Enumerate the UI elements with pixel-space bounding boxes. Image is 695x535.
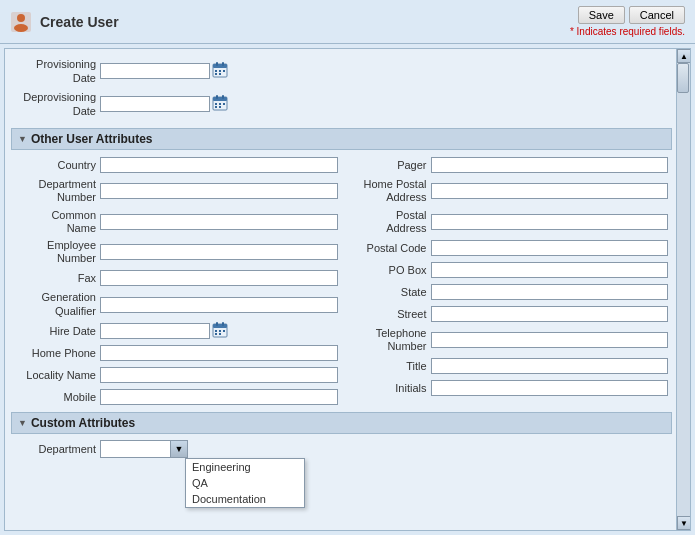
svg-point-2 [14,24,28,32]
svg-rect-24 [222,322,224,326]
state-row: State [346,283,669,301]
title-left: Create User [10,11,119,33]
title-input[interactable] [431,358,669,374]
provisioning-date-row: Provisioning Date [15,57,668,86]
title-buttons: Save Cancel [578,6,685,24]
home-postal-row: Home PostalAddress [346,178,669,204]
deprovisioning-date-row: Deprovisioning Date [15,90,668,119]
svg-rect-23 [216,322,218,326]
title-row: Title [346,357,669,375]
svg-rect-26 [219,330,221,332]
custom-attributes-header[interactable]: ▼ Custom Attributes [11,412,672,434]
home-phone-input[interactable] [100,345,338,361]
right-column: Pager Home PostalAddress PostalAddress [346,156,669,408]
gen-qualifier-row: GenerationQualifier [15,291,338,317]
svg-rect-18 [223,103,225,105]
custom-attributes-body: Department ▼ Engineering QA Documentatio… [11,440,672,458]
pager-row: Pager [346,156,669,174]
svg-rect-11 [219,73,221,75]
mobile-input[interactable] [100,389,338,405]
svg-rect-13 [213,97,227,101]
other-attributes-header[interactable]: ▼ Other User Attributes [11,128,672,150]
country-label: Country [15,158,100,172]
hire-date-label: Hire Date [15,324,100,338]
pager-input[interactable] [431,157,669,173]
common-name-label: CommonName [15,209,100,235]
svg-point-1 [17,14,25,22]
fax-input[interactable] [100,270,338,286]
hire-date-input[interactable] [100,323,210,339]
dept-option-documentation[interactable]: Documentation [186,491,304,507]
fax-row: Fax [15,269,338,287]
svg-rect-25 [215,330,217,332]
mobile-row: Mobile [15,388,338,406]
svg-rect-14 [216,95,218,99]
required-note: * Indicates required fields. [570,26,685,37]
other-attributes-body: Country DepartmentNumber CommonName [11,156,672,408]
provisioning-calendar-icon[interactable] [212,62,228,78]
home-postal-input[interactable] [431,183,669,199]
deprovisioning-date-label: Deprovisioning Date [15,90,100,119]
postal-address-label: PostalAddress [346,209,431,235]
telephone-label: TelephoneNumber [346,327,431,353]
hire-date-calendar-icon[interactable] [212,322,228,338]
bottom-spacer [11,460,672,500]
home-phone-label: Home Phone [15,346,100,360]
country-row: Country [15,156,338,174]
dept-number-label: DepartmentNumber [15,178,100,204]
initials-input[interactable] [431,380,669,396]
state-input[interactable] [431,284,669,300]
provisioning-date-input[interactable] [100,63,210,79]
deprovisioning-calendar-icon[interactable] [212,95,228,111]
cancel-button[interactable]: Cancel [629,6,685,24]
telephone-input[interactable] [431,332,669,348]
save-button[interactable]: Save [578,6,625,24]
svg-rect-28 [215,333,217,335]
po-box-label: PO Box [346,263,431,277]
deprovisioning-date-input[interactable] [100,96,210,112]
country-input[interactable] [100,157,338,173]
locality-input[interactable] [100,367,338,383]
top-fields: Provisioning Date [11,55,672,124]
title-bar: Create User Save Cancel * Indicates requ… [0,0,695,44]
street-row: Street [346,305,669,323]
mobile-label: Mobile [15,390,100,404]
page-title: Create User [40,14,119,30]
title-actions: Save Cancel * Indicates required fields. [570,6,685,37]
title-label: Title [346,359,431,373]
street-label: Street [346,307,431,321]
dept-option-engineering[interactable]: Engineering [186,459,304,475]
form-container: ▲ ▼ Provisioning Date [4,48,691,531]
postal-address-input[interactable] [431,214,669,230]
initials-row: Initials [346,379,669,397]
employee-number-row: EmployeeNumber [15,239,338,265]
dept-dropdown-arrow[interactable]: ▼ [170,440,188,458]
svg-rect-8 [219,70,221,72]
fax-label: Fax [15,271,100,285]
svg-rect-6 [222,62,224,66]
svg-rect-15 [222,95,224,99]
svg-rect-17 [219,103,221,105]
svg-rect-7 [215,70,217,72]
svg-rect-20 [219,106,221,108]
po-box-row: PO Box [346,261,669,279]
svg-rect-5 [216,62,218,66]
svg-rect-27 [223,330,225,332]
home-postal-label: Home PostalAddress [346,178,431,204]
dept-dropdown-container[interactable]: ▼ Engineering QA Documentation [100,440,188,458]
po-box-input[interactable] [431,262,669,278]
gen-qualifier-input[interactable] [100,297,338,313]
user-icon [10,11,32,33]
svg-rect-10 [215,73,217,75]
home-phone-row: Home Phone [15,344,338,362]
common-name-input[interactable] [100,214,338,230]
svg-rect-29 [219,333,221,335]
svg-rect-9 [223,70,225,72]
dept-number-input[interactable] [100,183,338,199]
postal-address-row: PostalAddress [346,209,669,235]
dept-option-qa[interactable]: QA [186,475,304,491]
employee-number-input[interactable] [100,244,338,260]
hire-date-row: Hire Date [15,322,338,340]
postal-code-input[interactable] [431,240,669,256]
street-input[interactable] [431,306,669,322]
